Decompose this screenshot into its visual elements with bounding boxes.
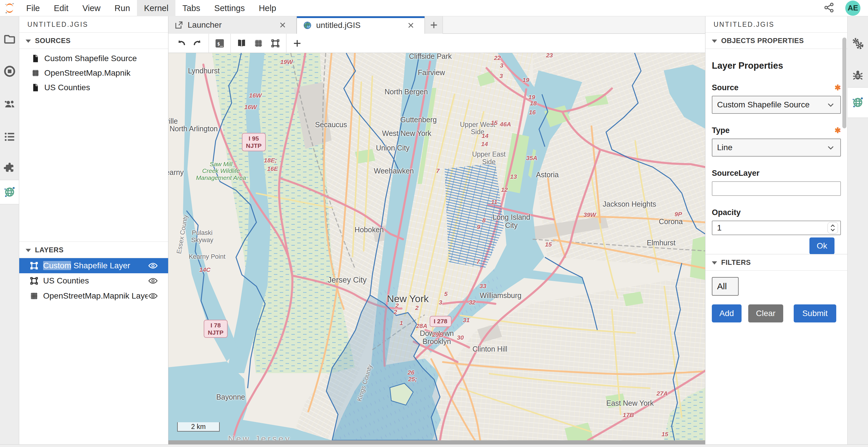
source-select[interactable]: Custom Shapefile Source (712, 96, 841, 114)
sourcelayer-input[interactable] (712, 181, 841, 196)
source-item-label: OpenStreetMap.Mapnik (44, 68, 130, 78)
sidebar-tab-list[interactable] (0, 127, 19, 147)
menu-tabs[interactable]: Tabs (176, 0, 207, 16)
chevron-down-icon (826, 143, 836, 152)
type-select[interactable]: Line (712, 139, 841, 157)
sidebar-tab-gis-globe[interactable] (0, 182, 19, 202)
folder-icon (3, 32, 16, 45)
chevron-down-icon (826, 100, 836, 110)
type-field-label: Type (712, 126, 730, 135)
basemap-button[interactable] (233, 35, 250, 51)
opacity-field-label: Opacity (712, 208, 741, 217)
filter-submit-button[interactable]: Submit (794, 304, 836, 322)
layer-item-label: Custom Shapefile Layer (43, 261, 148, 270)
add-button[interactable] (289, 35, 306, 51)
map-viewport[interactable]: Cliffside ParkLyndhurstFairviewNorth Ber… (168, 53, 705, 440)
menu-edit[interactable]: Edit (47, 0, 75, 16)
source-item-label: Custom Shapefile Source (44, 54, 137, 63)
new-terminal-button[interactable]: $_ (211, 35, 228, 51)
menu-settings[interactable]: Settings (207, 0, 252, 16)
sidebar-tab-folder[interactable] (0, 28, 19, 48)
source-item[interactable]: OpenStreetMap.Mapnik (19, 66, 168, 80)
opacity-input[interactable]: 1 (712, 220, 841, 235)
add-vector-layer-button[interactable] (267, 35, 284, 51)
layer-visibility-toggle[interactable] (148, 276, 158, 286)
source-field-label: Source (712, 83, 739, 92)
grid-icon (31, 68, 40, 78)
renamed-text-selection: Custom (43, 261, 71, 270)
right-activity-bar (847, 16, 868, 444)
sidebar-tab-puzzle[interactable] (0, 158, 19, 178)
avatar[interactable]: AE (845, 1, 861, 16)
svg-text:$_: $_ (217, 41, 223, 46)
opacity-input-value: 1 (717, 223, 722, 233)
sources-section-header[interactable]: SOURCES (19, 33, 168, 49)
main-dock: Launcheruntitled.jGIS $_ (168, 16, 705, 444)
launcher-icon (174, 21, 184, 30)
layers-section-header[interactable]: LAYERS (19, 242, 168, 258)
grid-icon (29, 291, 39, 301)
tab-launcher[interactable]: Launcher (168, 16, 297, 34)
scale-label: 2 km (191, 423, 206, 431)
share-button[interactable] (823, 2, 835, 14)
layer-properties-form: Layer Properties Source ✱ Custom Shapefi… (705, 49, 847, 254)
menu-help[interactable]: Help (252, 0, 283, 16)
add-raster-layer-button[interactable] (250, 35, 267, 51)
grid-icon (253, 38, 264, 48)
list-icon (3, 130, 16, 143)
left-panel-title: UNTITLED.JGIS (19, 16, 168, 33)
redo-button[interactable] (189, 35, 206, 51)
plus-icon (429, 20, 439, 30)
sidebar-tab-stop-circle[interactable] (0, 61, 19, 81)
filter-all-select[interactable]: All (712, 277, 739, 296)
ok-button[interactable]: Ok (809, 238, 835, 254)
stop-circle-icon (3, 65, 16, 78)
filter-add-button[interactable]: Add (712, 304, 742, 322)
layer-item[interactable]: US Counties (19, 273, 168, 288)
tab-untitled-jgis[interactable]: untitled.jGIS (297, 16, 425, 34)
panel-scrollbar[interactable] (842, 38, 846, 128)
layer-item[interactable]: Custom Shapefile Layer (19, 258, 168, 273)
sourcelayer-field-label: SourceLayer (712, 169, 760, 178)
layer-visibility-toggle[interactable] (148, 261, 158, 271)
layer-item-label: OpenStreetMap.Mapnik Layer (43, 291, 148, 301)
right-panel-title: UNTITLED.JGIS (705, 16, 847, 33)
jupyterlab-window: FileEditViewRunKernelTabsSettingsHelp AE… (0, 0, 868, 447)
terminal-icon: $_ (214, 38, 225, 48)
sidebar-tab-gis-globe[interactable] (847, 92, 868, 113)
openstreetmap-basemap (168, 53, 705, 440)
gears-icon (851, 37, 864, 50)
vector-square-icon (270, 38, 281, 48)
jupyter-logo (0, 0, 19, 16)
filter-clear-button[interactable]: Clear (748, 304, 783, 322)
map-scale-bar: 2 km (177, 422, 220, 432)
menu-kernel[interactable]: Kernel (137, 0, 176, 16)
undo-icon (176, 38, 186, 48)
redo-icon (193, 38, 203, 48)
menu-run[interactable]: Run (107, 0, 137, 16)
menu-file[interactable]: File (19, 0, 47, 16)
source-item[interactable]: Custom Shapefile Source (19, 51, 168, 66)
menu-view[interactable]: View (75, 0, 107, 16)
caret-down-icon (26, 40, 31, 43)
source-item[interactable]: US Counties (19, 80, 168, 95)
sidebar-tab-users[interactable] (0, 94, 19, 114)
gis-globe-icon (3, 186, 16, 199)
close-icon[interactable] (406, 21, 415, 30)
new-tab-button[interactable] (425, 16, 443, 34)
jupyter-logo (3, 2, 16, 14)
file-icon (31, 83, 40, 92)
layer-visibility-toggle[interactable] (148, 291, 158, 301)
bug-icon (851, 69, 864, 81)
sidebar-tab-bug[interactable] (847, 65, 868, 85)
filters-header-label: FILTERS (721, 259, 751, 267)
undo-button[interactable] (173, 35, 189, 51)
filters-section-header[interactable]: FILTERS (705, 254, 847, 271)
layer-item[interactable]: OpenStreetMap.Mapnik Layer (19, 288, 168, 304)
sidebar-tab-gears[interactable] (847, 33, 868, 54)
dock-underbar (168, 440, 705, 444)
document-toolbar: $_ (168, 34, 705, 53)
number-spinner[interactable] (828, 222, 838, 234)
close-icon[interactable] (278, 21, 287, 29)
objects-properties-header[interactable]: OBJECTS PROPERTIES (705, 33, 847, 49)
